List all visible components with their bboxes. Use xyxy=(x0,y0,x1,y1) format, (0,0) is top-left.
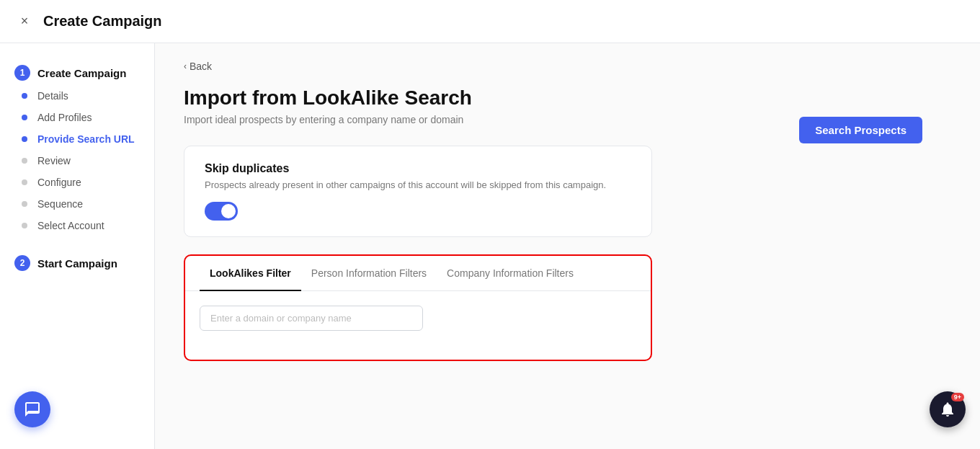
tab-company-information-filters[interactable]: Company Information Filters xyxy=(437,256,584,290)
chat-icon xyxy=(24,401,41,418)
sidebar-section-2-num: 2 xyxy=(14,255,30,271)
sidebar-item-add-profiles[interactable]: Add Profiles xyxy=(0,107,154,128)
bell-icon xyxy=(939,401,956,418)
sidebar-item-configure-dot xyxy=(22,179,27,185)
sidebar-item-add-profiles-label: Add Profiles xyxy=(37,112,92,123)
sidebar-item-sequence-dot xyxy=(22,201,27,207)
sidebar-section-1-header: 1 Create Campaign xyxy=(0,61,154,85)
sidebar-item-provide-search-url-dot xyxy=(22,136,27,142)
filter-tabs: LookAlikes Filter Person Information Fil… xyxy=(185,256,651,291)
main-inner: Search Prospects ‹ Back Import from Look… xyxy=(184,61,951,361)
chat-bubble-button[interactable] xyxy=(14,391,50,427)
notification-badge: 9+ xyxy=(951,393,964,401)
sidebar-section-1-num: 1 xyxy=(14,65,30,81)
tab-lookalikes-filter[interactable]: LookAlikes Filter xyxy=(200,256,301,290)
close-button[interactable]: × xyxy=(14,12,35,32)
sidebar-item-add-profiles-dot xyxy=(22,115,27,120)
sidebar-item-provide-search-url-label: Provide Search URL xyxy=(37,133,135,145)
sidebar-item-configure-label: Configure xyxy=(37,177,81,188)
notification-bell-button[interactable]: 9+ xyxy=(930,391,966,427)
back-label: Back xyxy=(190,61,212,72)
filter-section: LookAlikes Filter Person Information Fil… xyxy=(184,254,652,361)
sidebar-item-configure[interactable]: Configure xyxy=(0,172,154,193)
sidebar-item-select-account[interactable]: Select Account xyxy=(0,215,154,236)
skip-duplicates-description: Prospects already present in other campa… xyxy=(205,179,631,190)
sidebar-item-sequence-label: Sequence xyxy=(37,198,83,210)
sidebar-item-provide-search-url[interactable]: Provide Search URL xyxy=(0,128,154,150)
sidebar-item-details[interactable]: Details xyxy=(0,85,154,107)
page-title: Import from LookAlike Search xyxy=(184,86,951,110)
sidebar-section-1-label: Create Campaign xyxy=(37,67,126,79)
sidebar: 1 Create Campaign Details Add Profiles P… xyxy=(0,43,155,449)
sidebar-item-details-label: Details xyxy=(37,90,68,102)
back-link[interactable]: ‹ Back xyxy=(184,61,951,72)
top-bar: × Create Campaign xyxy=(0,0,980,43)
sidebar-item-review-dot xyxy=(22,158,27,164)
sidebar-item-sequence[interactable]: Sequence xyxy=(0,193,154,215)
skip-duplicates-toggle-wrap xyxy=(205,202,631,221)
sidebar-section-2: 2 Start Campaign xyxy=(0,251,154,275)
back-chevron-icon: ‹ xyxy=(184,61,187,71)
sidebar-item-select-account-label: Select Account xyxy=(37,220,104,231)
sidebar-section-2-header: 2 Start Campaign xyxy=(0,251,154,275)
sidebar-item-review-label: Review xyxy=(37,155,71,166)
tab-person-information-filters[interactable]: Person Information Filters xyxy=(301,256,437,290)
sidebar-item-review[interactable]: Review xyxy=(0,150,154,172)
sidebar-item-details-dot xyxy=(22,93,27,99)
skip-duplicates-toggle[interactable] xyxy=(205,202,238,221)
sidebar-section-1: 1 Create Campaign Details Add Profiles P… xyxy=(0,61,154,236)
domain-company-input[interactable] xyxy=(200,306,423,331)
sidebar-section-2-label: Start Campaign xyxy=(37,257,117,270)
layout: 1 Create Campaign Details Add Profiles P… xyxy=(0,43,980,449)
skip-duplicates-card: Skip duplicates Prospects already presen… xyxy=(184,146,652,237)
main-content: Search Prospects ‹ Back Import from Look… xyxy=(155,43,980,449)
top-bar-title: Create Campaign xyxy=(43,13,162,30)
sidebar-item-select-account-dot xyxy=(22,223,27,228)
search-prospects-button[interactable]: Search Prospects xyxy=(799,117,922,143)
skip-duplicates-title: Skip duplicates xyxy=(205,162,631,175)
filter-body xyxy=(185,291,651,345)
